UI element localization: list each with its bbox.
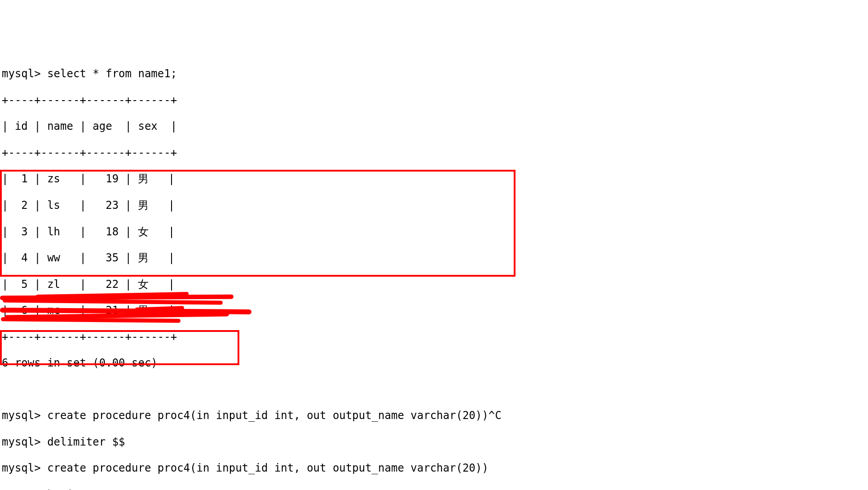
continuation-prompt: -> [2, 488, 41, 490]
table-border: +----+------+------+------+ [2, 331, 866, 344]
terminal-line: -> begin [2, 488, 866, 490]
table-header: | id | name | age | sex | [2, 120, 866, 133]
sql-begin: begin [47, 488, 79, 490]
mysql-prompt: mysql> [2, 436, 41, 448]
table-row: | 1 | zs | 19 | 男 | [2, 172, 866, 185]
table-border: +----+------+------+------+ [2, 94, 866, 107]
result-summary: 6 rows in set (0.00 sec) [2, 357, 866, 370]
sql-create-proc: create procedure proc4(in input_id int, … [47, 462, 489, 474]
sql-query: select * from name1; [47, 67, 177, 80]
sql-create-proc-cancelled: create procedure proc4(in input_id int, … [47, 409, 501, 422]
sql-delimiter: delimiter $$ [47, 436, 125, 448]
table-row: | 5 | zl | 22 | 女 | [2, 278, 866, 291]
terminal-line: mysql> create procedure proc4(in input_i… [2, 409, 866, 422]
mysql-prompt: mysql> [2, 409, 41, 422]
blank-line [2, 383, 866, 396]
terminal-line: mysql> delimiter $$ [2, 436, 866, 449]
mysql-prompt: mysql> [2, 462, 41, 474]
table-row: | 2 | ls | 23 | 男 | [2, 199, 866, 212]
table-row: | 4 | ww | 35 | 男 | [2, 252, 866, 265]
table-row: | 6 | mc | 21 | 男 | [2, 304, 866, 317]
table-border: +----+------+------+------+ [2, 146, 866, 159]
terminal-line: mysql> select * from name1; [2, 67, 866, 80]
table-row: | 3 | lh | 18 | 女 | [2, 225, 866, 238]
mysql-prompt: mysql> [2, 67, 41, 80]
terminal-line: mysql> create procedure proc4(in input_i… [2, 462, 866, 475]
